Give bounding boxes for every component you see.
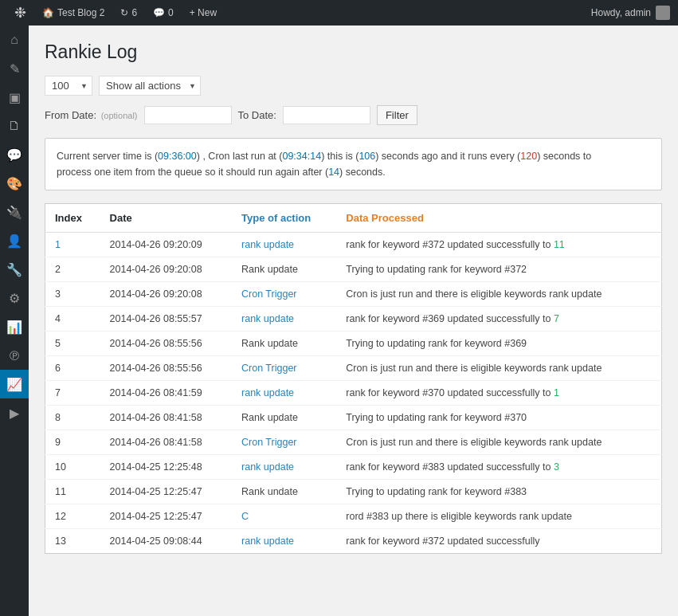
- cell-action: rank update: [232, 529, 336, 554]
- per-page-select[interactable]: 10 25 50 100 200: [45, 76, 92, 96]
- cell-action: Cron Trigger: [232, 282, 336, 307]
- table-row: 112014-04-25 12:25:47Rank undateTrying t…: [45, 480, 662, 504]
- sidebar-icon-pages[interactable]: 🗋: [0, 112, 29, 140]
- table-row: 52014-04-26 08:55:56Rank updateTrying to…: [45, 332, 662, 356]
- cell-index: 1: [45, 233, 100, 257]
- table-row: 72014-04-26 08:41:59rank updaterank for …: [45, 381, 662, 406]
- cell-action: rank update: [232, 307, 336, 332]
- cell-index: 11: [45, 480, 100, 504]
- cell-data: rank for keyword #372 updated successful…: [336, 529, 661, 554]
- table-row: 42014-04-26 08:55:57rank updaterank for …: [45, 307, 662, 332]
- action-filter-select[interactable]: Show all actions rank update Rank update…: [99, 76, 201, 96]
- cell-date: 2014-04-25 09:08:44: [100, 529, 232, 554]
- col-header-index: Index: [45, 204, 100, 233]
- new-label: + New: [190, 7, 217, 18]
- cell-action: rank update: [232, 233, 336, 257]
- cell-index: 7: [45, 381, 100, 406]
- filter-row: From Date: (optional) To Date: Filter: [45, 105, 662, 125]
- cell-index: 8: [45, 406, 100, 430]
- table-row: 32014-04-26 09:20:08Cron TriggerCron is …: [45, 282, 662, 307]
- cell-date: 2014-04-26 09:20:08: [100, 257, 232, 282]
- cell-date: 2014-04-26 09:20:09: [100, 233, 232, 257]
- table-row: 82014-04-26 08:41:58Rank updateTrying to…: [45, 406, 662, 430]
- cell-action: rank update: [232, 381, 336, 406]
- cell-data: rank for keyword #369 updated successful…: [336, 307, 661, 332]
- sidebar-icon-rankie[interactable]: 📈: [0, 370, 29, 398]
- howdy-text: Howdy, admin: [591, 7, 651, 18]
- cell-index: 13: [45, 529, 100, 554]
- index-link[interactable]: 1: [55, 239, 61, 250]
- table-row: 62014-04-26 08:55:56Cron TriggerCron is …: [45, 356, 662, 381]
- admin-bar: ❉ 🏠 Test Blog 2 ↻ 6 💬 0 + New Howdy, adm…: [0, 0, 678, 26]
- action-filter-select-wrap: Show all actions rank update Rank update…: [99, 76, 201, 96]
- cell-data: Cron is just run and there is eligible k…: [336, 430, 661, 455]
- from-date-input[interactable]: [144, 106, 232, 124]
- wp-icon: ❉: [14, 4, 26, 22]
- cell-action: Rank undate: [232, 480, 336, 504]
- to-date-label: To Date:: [238, 109, 276, 121]
- site-name-item[interactable]: 🏠 Test Blog 2: [36, 0, 111, 26]
- info-text-before-time: Current server time is (: [57, 151, 158, 162]
- cell-date: 2014-04-26 08:41:58: [100, 406, 232, 430]
- cell-date: 2014-04-25 12:25:47: [100, 504, 232, 529]
- data-number: 11: [554, 239, 565, 250]
- comments-item[interactable]: 💬 0: [147, 0, 180, 26]
- updates-icon: ↻: [120, 7, 128, 18]
- adminbar-left: ❉ 🏠 Test Blog 2 ↻ 6 💬 0 + New: [8, 0, 223, 26]
- page-title: Rankie Log: [45, 41, 662, 63]
- cell-action: Cron Trigger: [232, 356, 336, 381]
- sidebar-icon-seo[interactable]: 📊: [0, 312, 29, 341]
- adminbar-right: Howdy, admin: [591, 6, 670, 20]
- howdy-item[interactable]: Howdy, admin: [591, 6, 670, 20]
- run-after-seconds: 14: [328, 167, 339, 178]
- col-header-action: Type of action: [232, 204, 336, 233]
- sidebar-icon-plugins[interactable]: 🔌: [0, 198, 29, 226]
- cell-data: rank for keyword #370 updated successful…: [336, 381, 661, 406]
- sidebar-icon-tools[interactable]: 🔧: [0, 255, 29, 284]
- sidebar-icon-comments[interactable]: 💬: [0, 140, 29, 169]
- col-header-data: Data Processed: [336, 204, 661, 233]
- cell-index: 10: [45, 455, 100, 480]
- updates-item[interactable]: ↻ 6: [114, 0, 143, 26]
- cell-date: 2014-04-25 12:25:48: [100, 455, 232, 480]
- table-row: 92014-04-26 08:41:58Cron TriggerCron is …: [45, 430, 662, 455]
- log-table-body: 12014-04-26 09:20:09rank updaterank for …: [45, 233, 662, 554]
- sidebar-icon-media[interactable]: ▣: [0, 83, 29, 112]
- cell-data: Trying to updating rank for keyword #372: [336, 257, 661, 282]
- new-content-item[interactable]: + New: [183, 0, 223, 26]
- cell-date: 2014-04-25 12:25:47: [100, 480, 232, 504]
- sidebar-icon-pinterest[interactable]: ℗: [0, 341, 29, 370]
- info-text-after-time: ) , Cron last run at (: [197, 151, 283, 162]
- sidebar-icon-posts[interactable]: ✎: [0, 54, 29, 83]
- cell-date: 2014-04-26 08:41:58: [100, 430, 232, 455]
- info-text-mid: ) seconds ago and it runs every (: [375, 151, 520, 162]
- sidebar-icon-settings[interactable]: ⚙: [0, 284, 29, 312]
- sidebar-icon-dashboard[interactable]: ⌂: [0, 26, 29, 54]
- table-row: 102014-04-25 12:25:48rank updaterank for…: [45, 455, 662, 480]
- sidebar-icon-media2[interactable]: ▶: [0, 398, 29, 427]
- data-number: 3: [554, 461, 559, 473]
- table-row: 12014-04-26 09:20:09rank updaterank for …: [45, 233, 662, 257]
- cell-date: 2014-04-26 08:55:56: [100, 356, 232, 381]
- comments-icon: 💬: [153, 7, 165, 18]
- cell-action: Rank update: [232, 257, 336, 282]
- wp-logo[interactable]: ❉: [8, 0, 33, 26]
- sidebar-icon-appearance[interactable]: 🎨: [0, 169, 29, 198]
- cell-action: Rank update: [232, 332, 336, 356]
- cell-data: Trying to updating rank for keyword #369: [336, 332, 661, 356]
- cell-data: Trying to updating rank for keyword #383: [336, 480, 661, 504]
- cell-index: 4: [45, 307, 100, 332]
- seconds-ago: 106: [359, 151, 375, 162]
- table-row: 132014-04-25 09:08:44rank updaterank for…: [45, 529, 662, 554]
- comments-count: 0: [168, 7, 174, 18]
- sidebar-icon-users[interactable]: 👤: [0, 226, 29, 255]
- cell-data: Cron is just run and there is eligible k…: [336, 356, 661, 381]
- cell-index: 12: [45, 504, 100, 529]
- table-row: 122014-04-25 12:25:47Crord #383 up there…: [45, 504, 662, 529]
- filter-button[interactable]: Filter: [377, 105, 417, 125]
- cell-index: 3: [45, 282, 100, 307]
- sidebar: ⌂ ✎ ▣ 🗋 💬 🎨 🔌 👤 🔧 ⚙ 📊 ℗ 📈 ▶: [0, 26, 29, 616]
- to-date-input[interactable]: [283, 106, 370, 124]
- cell-data: Cron is just run and there is eligible k…: [336, 282, 661, 307]
- updates-count: 6: [131, 7, 137, 18]
